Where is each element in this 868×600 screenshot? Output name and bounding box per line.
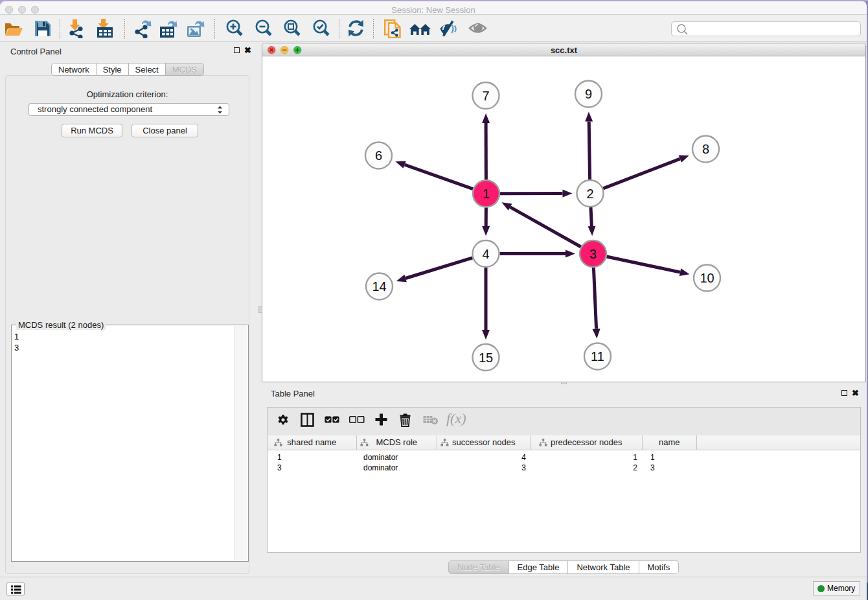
svg-text:9: 9 <box>585 87 592 101</box>
svg-text:7: 7 <box>482 88 489 102</box>
svg-text:10: 10 <box>700 271 714 285</box>
svg-text:4: 4 <box>482 246 489 260</box>
svg-text:2: 2 <box>586 186 593 200</box>
svg-text:15: 15 <box>479 350 493 364</box>
svg-text:6: 6 <box>375 148 382 163</box>
svg-text:11: 11 <box>591 349 604 363</box>
svg-text:1: 1 <box>483 186 490 200</box>
svg-text:8: 8 <box>702 142 709 156</box>
svg-text:3: 3 <box>589 246 597 260</box>
svg-text:14: 14 <box>372 279 386 294</box>
